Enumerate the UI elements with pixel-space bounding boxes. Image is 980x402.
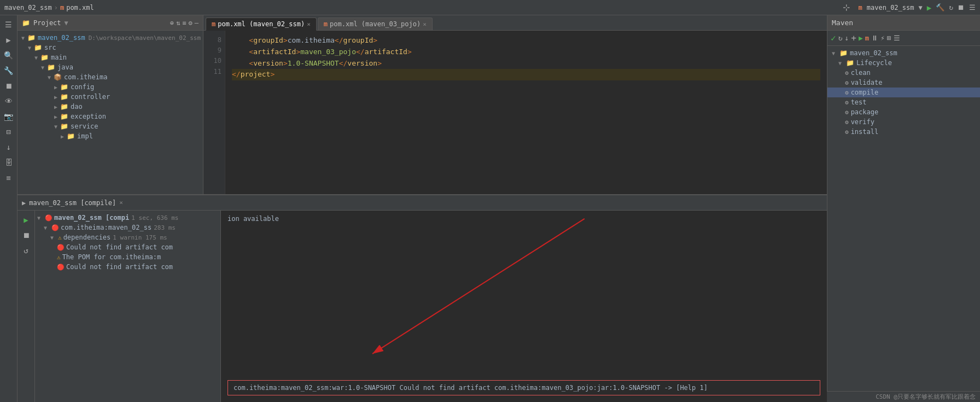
maven-check-icon[interactable]: ✓ bbox=[831, 33, 836, 43]
root-label: maven_02_ssm bbox=[38, 34, 85, 42]
code-line-10: <version>1.0-SNAPSHOT</version> bbox=[232, 58, 820, 69]
run-tree: ▼ 🔴 maven_02_ssm [compi 1 sec, 636 ms ▼ … bbox=[35, 211, 221, 402]
tab-maven-icon-2: m bbox=[324, 20, 328, 28]
maven-label: m bbox=[859, 4, 862, 11]
maven-root[interactable]: ▼ 📁 maven_02_ssm bbox=[827, 48, 980, 58]
maven-run-btn[interactable]: ▶ bbox=[859, 34, 863, 42]
maven-compile[interactable]: ⚙ compile bbox=[827, 88, 980, 97]
tree-src[interactable]: ▼ 📁 src bbox=[18, 43, 203, 53]
stop-side-icon[interactable]: ⏹ bbox=[2, 79, 16, 93]
tree-dao[interactable]: ▶ 📁 dao bbox=[18, 102, 203, 112]
project-panel-header: 📁 Project ▼ ⊕ ⇅ ≡ ⚙ — bbox=[18, 15, 203, 31]
exception-label: exception bbox=[71, 113, 106, 120]
tree-main[interactable]: ▼ 📁 main bbox=[18, 53, 203, 62]
find-icon[interactable]: 🔍 bbox=[2, 48, 16, 62]
build-icon[interactable]: 🔨 bbox=[936, 3, 944, 11]
maven-toolbar: ✓ ↻ ↓ + ▶ m ⏸ ⚡ ⊞ ☰ bbox=[827, 31, 980, 46]
run-root[interactable]: ▼ 🔴 maven_02_ssm [compi 1 sec, 636 ms bbox=[35, 213, 220, 223]
stop-icon[interactable]: ⏹ bbox=[958, 3, 965, 11]
maven-refresh-btn[interactable]: ↻ bbox=[838, 34, 843, 42]
eye-icon[interactable]: 👁 bbox=[2, 94, 16, 108]
maven-connect-btn[interactable]: ⚡ bbox=[880, 34, 885, 42]
maven-package[interactable]: ⚙ package bbox=[827, 107, 980, 117]
left-sidebar-icons: ☰ ▶ 🔍 🔧 ⏹ 👁 📷 ⊟ ↓ 🗄 ≡ bbox=[0, 15, 18, 402]
editor-tabs: m pom.xml (maven_02_ssm) × m pom.xml (ma… bbox=[203, 15, 827, 31]
maven-validate[interactable]: ⚙ validate bbox=[827, 78, 980, 88]
maven-verify[interactable]: ⚙ verify bbox=[827, 117, 980, 127]
tab-maven-icon-1: m bbox=[212, 20, 215, 28]
maven-install[interactable]: ⚙ install bbox=[827, 127, 980, 137]
tab-label-2: pom.xml (maven_03_pojo) bbox=[330, 20, 421, 28]
tab-pom-maven02[interactable]: m pom.xml (maven_02_ssm) × bbox=[206, 18, 317, 31]
database-icon[interactable]: 🗄 bbox=[2, 155, 16, 170]
run-deps-label: dependencies bbox=[63, 234, 111, 241]
tab-close-1[interactable]: × bbox=[307, 21, 311, 28]
tree-comitheima[interactable]: ▼ 📦 com.itheima bbox=[18, 72, 203, 82]
refresh-icon[interactable]: ↻ bbox=[949, 3, 953, 11]
tab-close-2[interactable]: × bbox=[423, 21, 427, 28]
tree-java[interactable]: ▼ 📁 java bbox=[18, 62, 203, 72]
pull-icon[interactable]: ↓ bbox=[2, 140, 16, 154]
top-right-controls: ⊹ m maven_02_ssm ▼ ▶ 🔨 ↻ ⏹ ☰ bbox=[843, 2, 976, 13]
maven-test[interactable]: ⚙ test bbox=[827, 97, 980, 107]
run-output: ion available com.itheima:maven_02_ssm:w… bbox=[221, 211, 827, 402]
status-bar: CSDN @只要名字够长就有军比跟着念 bbox=[827, 391, 980, 402]
gear-icon-btn[interactable]: ⚙ bbox=[189, 19, 192, 27]
maven-m-btn[interactable]: m bbox=[865, 34, 869, 42]
run-stop-icon[interactable]: ⏹ bbox=[19, 228, 33, 242]
run-error-1[interactable]: 🔴 Could not find artifact com bbox=[35, 242, 220, 252]
maven-test-label: test bbox=[851, 98, 867, 106]
root-path: D:\workspace\maven\maven_02_ssm bbox=[89, 34, 201, 42]
tree-root[interactable]: ▼ 📁 maven_02_ssm D:\workspace\maven\mave… bbox=[18, 33, 203, 43]
cursor-icon[interactable]: ⊹ bbox=[843, 2, 850, 13]
run-play-icon[interactable]: ▶ bbox=[19, 213, 33, 227]
src-label: src bbox=[44, 44, 56, 51]
config-label: config bbox=[71, 83, 94, 91]
code-line-11: </project> bbox=[232, 69, 820, 80]
main-label: main bbox=[51, 54, 67, 61]
run-deps-time: 1 warnin 175 ms bbox=[113, 234, 167, 241]
tree-exception[interactable]: ▶ 📁 exception bbox=[18, 112, 203, 121]
breadcrumb-sep: › bbox=[54, 4, 58, 11]
top-maven-project: maven_02_ssm bbox=[867, 4, 914, 11]
maven-clean[interactable]: ⚙ clean bbox=[827, 68, 980, 78]
terminal-icon[interactable]: ⊟ bbox=[2, 125, 16, 139]
run-side-icon[interactable]: ▶ bbox=[2, 33, 16, 47]
run-rerun-icon[interactable]: ↺ bbox=[19, 243, 33, 258]
run-error-2[interactable]: 🔴 Could not find artifact com bbox=[35, 262, 220, 272]
camera-icon[interactable]: 📷 bbox=[2, 109, 16, 124]
project-icon[interactable]: ☰ bbox=[2, 18, 16, 32]
wrench-icon[interactable]: 🔧 bbox=[2, 63, 16, 78]
tree-impl[interactable]: ▶ 📁 impl bbox=[18, 131, 203, 141]
run-deps[interactable]: ▼ ⚠ dependencies 1 warnin 175 ms bbox=[35, 232, 220, 242]
maven-compile-label: compile bbox=[851, 89, 879, 96]
run-button[interactable]: ▶ bbox=[927, 3, 931, 12]
maven-more-btn[interactable]: ☰ bbox=[894, 34, 900, 42]
run-error-2-label: Could not find artifact com bbox=[66, 263, 173, 271]
list-icon[interactable]: ≡ bbox=[2, 171, 16, 185]
equalizer-icon-btn[interactable]: ≡ bbox=[182, 19, 186, 27]
error-message: com.itheima:maven_02_ssm:war:1.0-SNAPSHO… bbox=[234, 384, 708, 392]
run-tab-close[interactable]: × bbox=[119, 199, 123, 206]
maven-verify-label: verify bbox=[851, 118, 874, 126]
run-module[interactable]: ▼ 🔴 com.itheima:maven_02_ss 283 ms bbox=[35, 223, 220, 232]
maven-pause-btn[interactable]: ⏸ bbox=[871, 34, 878, 42]
add-icon-btn[interactable]: ⊕ bbox=[170, 19, 174, 27]
close-panel-btn[interactable]: — bbox=[195, 19, 199, 27]
more-icon[interactable]: ☰ bbox=[969, 3, 976, 11]
tree-controller[interactable]: ▶ 📁 controller bbox=[18, 92, 203, 102]
maven-download-btn[interactable]: ↓ bbox=[844, 34, 849, 42]
maven-lifecycle[interactable]: ▼ 📁 Lifecycle bbox=[827, 58, 980, 68]
tree-config[interactable]: ▶ 📁 config bbox=[18, 82, 203, 92]
run-header-icon: ▶ bbox=[22, 199, 26, 207]
folder-small-icon: 📁 bbox=[22, 19, 30, 27]
maven-install-label: install bbox=[851, 128, 879, 136]
sort-icon-btn[interactable]: ⇅ bbox=[176, 19, 180, 27]
run-warn-pom-label: The POM for com.itheima:m bbox=[62, 253, 161, 261]
run-warn-pom[interactable]: ⚠ The POM for com.itheima:m bbox=[35, 252, 220, 262]
dropdown-arrow[interactable]: ▼ bbox=[919, 4, 923, 11]
maven-add-btn[interactable]: + bbox=[851, 33, 856, 43]
tree-service[interactable]: ▼ 📁 service bbox=[18, 121, 203, 131]
tab-pom-maven03[interactable]: m pom.xml (maven_03_pojo) × bbox=[318, 18, 433, 30]
maven-cols-btn[interactable]: ⊞ bbox=[887, 34, 891, 42]
